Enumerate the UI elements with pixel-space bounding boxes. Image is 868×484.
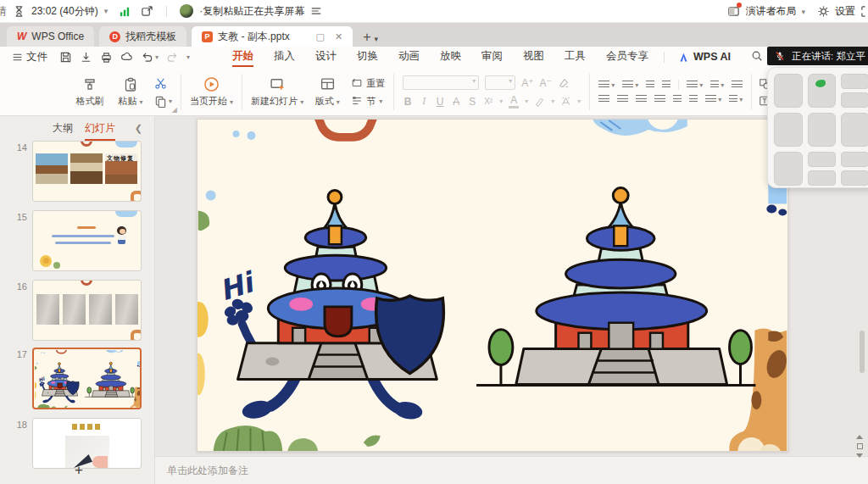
tab-design[interactable]: 设计 bbox=[305, 47, 347, 67]
align-right-button[interactable] bbox=[636, 95, 647, 104]
tab-list-chevron-icon[interactable]: ▾ bbox=[374, 35, 378, 43]
tab-member-exclusive[interactable]: 会员专享 bbox=[596, 47, 659, 67]
bold-button[interactable]: B bbox=[403, 96, 413, 108]
save-icon[interactable] bbox=[59, 51, 72, 64]
clear-format-icon[interactable] bbox=[558, 77, 570, 89]
gear-icon[interactable] bbox=[817, 5, 830, 18]
slide-thumbnail-15[interactable]: 15 bbox=[32, 210, 142, 271]
notes-bar[interactable]: 单击此处添加备注 bbox=[155, 456, 868, 484]
tab-docer-templates[interactable]: D 找稻壳模板 bbox=[99, 26, 186, 47]
justify-button[interactable] bbox=[654, 95, 665, 104]
numbering-button[interactable]: ▾ bbox=[622, 81, 638, 90]
columns-button[interactable] bbox=[689, 95, 698, 104]
tab-close-icon[interactable]: ✕ bbox=[335, 31, 342, 42]
reset-button[interactable]: 重置 bbox=[351, 77, 385, 90]
video-tile[interactable] bbox=[841, 113, 868, 147]
underline-button[interactable]: U bbox=[435, 96, 445, 108]
slide-thumbnail-17-selected[interactable]: 17 bbox=[32, 348, 142, 409]
tab-slideshow[interactable]: 放映 bbox=[430, 47, 471, 67]
tab-insert[interactable]: 插入 bbox=[264, 47, 305, 67]
tab-outline[interactable]: 大纲 bbox=[53, 121, 73, 136]
undo-icon[interactable] bbox=[141, 51, 153, 64]
meeting-details-partial[interactable]: 情 bbox=[0, 4, 7, 19]
strikethrough-button[interactable]: A bbox=[451, 96, 461, 108]
increase-indent-button[interactable] bbox=[662, 81, 670, 90]
chevron-down-icon[interactable]: ▾ bbox=[104, 7, 108, 15]
video-tile-active[interactable] bbox=[808, 74, 837, 108]
decrease-font-button[interactable]: A⁻ bbox=[540, 77, 552, 89]
video-tile[interactable] bbox=[774, 74, 803, 108]
undo-chevron-icon[interactable]: ▾ bbox=[155, 53, 159, 61]
cut-icon[interactable] bbox=[154, 77, 167, 90]
tab-current-file[interactable]: P 支教 - 副本.pptx ▢ ✕ bbox=[192, 26, 353, 47]
slide-canvas[interactable] bbox=[197, 119, 788, 452]
vertical-scrollbar[interactable] bbox=[860, 331, 865, 373]
tab-wps-office[interactable]: W WPS Office bbox=[7, 26, 94, 47]
tab-home[interactable]: 开始 bbox=[222, 47, 264, 67]
slide-nav-icon[interactable] bbox=[857, 443, 863, 449]
wps-ai-button[interactable]: WPS AI bbox=[670, 51, 739, 63]
video-tile-pair[interactable] bbox=[841, 152, 868, 186]
copy-icon[interactable] bbox=[154, 95, 167, 108]
bullets-button[interactable]: ▾ bbox=[598, 81, 615, 90]
cloud-sync-icon[interactable] bbox=[120, 51, 133, 64]
convert-smartart-button[interactable] bbox=[732, 81, 743, 90]
highlight-pen-icon[interactable] bbox=[534, 96, 545, 107]
align-left-button[interactable] bbox=[598, 95, 609, 104]
align-center-button[interactable] bbox=[617, 95, 628, 104]
previous-slide-icon[interactable] bbox=[856, 435, 863, 439]
font-family-select[interactable] bbox=[403, 75, 479, 90]
next-slide-icon[interactable] bbox=[856, 453, 863, 458]
video-tile[interactable] bbox=[774, 113, 803, 147]
quick-access-chevron-icon[interactable]: ▾ bbox=[186, 53, 190, 61]
share-screen-icon[interactable] bbox=[141, 5, 153, 18]
speaker-layout-label[interactable]: 演讲者布局 bbox=[745, 4, 796, 19]
increase-font-button[interactable]: A⁺ bbox=[521, 77, 533, 89]
file-menu-button[interactable]: 文件 bbox=[12, 50, 47, 64]
new-tab-button[interactable]: + bbox=[363, 30, 370, 45]
slide-layout-button[interactable]: 版式 ▾ bbox=[310, 76, 344, 108]
video-tile[interactable] bbox=[808, 113, 837, 147]
slide-thumbnail-14[interactable]: 14 文物修复 bbox=[32, 141, 142, 202]
tab-animations[interactable]: 动画 bbox=[388, 47, 430, 67]
dialog-launcher-icon[interactable]: ◢ bbox=[172, 106, 177, 114]
new-slide-button[interactable]: 新建幻灯片 ▾ bbox=[251, 76, 303, 108]
decrease-indent-button[interactable] bbox=[646, 81, 654, 90]
speaker-layout-icon[interactable] bbox=[727, 5, 740, 18]
tab-review[interactable]: 审阅 bbox=[471, 47, 513, 67]
superscript-button[interactable]: X² bbox=[483, 97, 493, 106]
tab-transitions[interactable]: 切换 bbox=[347, 47, 388, 67]
format-painter-button[interactable]: 格式刷 bbox=[73, 77, 107, 108]
distribute-button[interactable] bbox=[673, 95, 682, 104]
section-button[interactable]: 节 ▾ bbox=[351, 95, 385, 108]
play-from-current-button[interactable]: 当页开始 ▾ bbox=[190, 76, 233, 108]
italic-button[interactable]: I bbox=[419, 95, 429, 108]
hamburger-menu-icon[interactable] bbox=[310, 5, 323, 18]
add-slide-button[interactable]: + bbox=[75, 462, 83, 479]
font-color-button[interactable]: A bbox=[509, 94, 519, 108]
chevron-down-icon[interactable]: ▾ bbox=[801, 8, 805, 16]
tab-tools[interactable]: 工具 bbox=[554, 47, 596, 67]
font-size-select[interactable] bbox=[485, 75, 515, 90]
meeting-timer[interactable]: 23:02 (40分钟) bbox=[31, 4, 98, 19]
video-tile-pair[interactable] bbox=[841, 74, 868, 108]
slide-thumbnail-18[interactable]: 18 bbox=[32, 418, 142, 469]
print-icon[interactable] bbox=[100, 51, 113, 64]
settings-label[interactable]: 设置 bbox=[835, 4, 855, 19]
tab-restore-icon[interactable]: ▢ bbox=[316, 31, 325, 42]
output-icon[interactable] bbox=[80, 51, 92, 64]
search-icon[interactable] bbox=[751, 50, 763, 62]
participant-video-grid[interactable] bbox=[767, 67, 868, 188]
paragraph-settings-button[interactable]: ▾ bbox=[729, 95, 743, 104]
paste-button[interactable]: 粘贴 ▾ bbox=[114, 77, 147, 108]
line-spacing-button[interactable]: ▾ bbox=[705, 95, 721, 104]
video-tile-pair[interactable] bbox=[808, 152, 836, 186]
collapse-sidebar-icon[interactable]: ❮ bbox=[135, 123, 142, 134]
shadow-button[interactable]: S bbox=[467, 96, 477, 108]
text-direction-button[interactable]: ▾ bbox=[687, 81, 703, 90]
phonetic-guide-icon[interactable] bbox=[560, 96, 571, 107]
avatar[interactable] bbox=[180, 4, 193, 18]
tab-slides[interactable]: 幻灯片 bbox=[85, 121, 115, 136]
tab-view[interactable]: 视图 bbox=[513, 47, 554, 67]
video-tile[interactable] bbox=[774, 152, 803, 186]
